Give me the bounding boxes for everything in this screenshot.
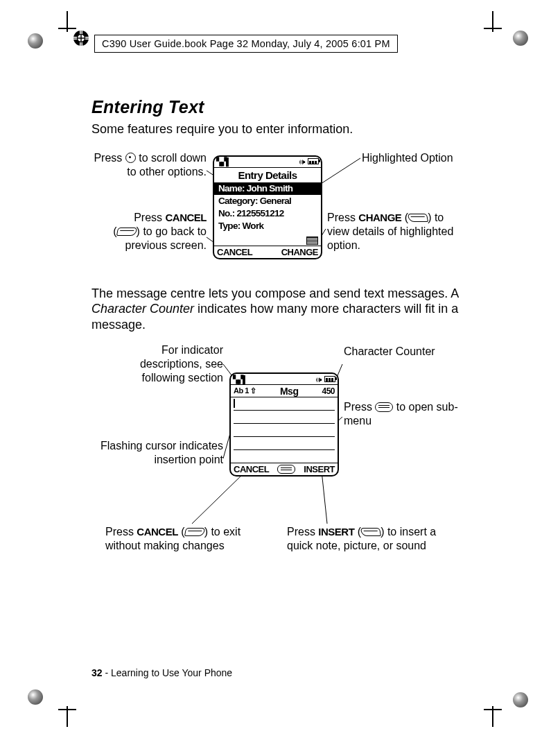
text-cursor-icon bbox=[234, 399, 235, 408]
signal-icon: ▚▞▌ bbox=[233, 375, 247, 384]
left-softkey-icon bbox=[116, 228, 137, 236]
list-row: Category: General bbox=[214, 195, 321, 207]
callout-cancel: Press CANCEL () to go back to previous s… bbox=[80, 211, 207, 252]
softkey-left-label: CANCEL bbox=[234, 464, 269, 474]
softkey-left-label: CANCEL bbox=[217, 247, 252, 257]
registration-dot-icon bbox=[513, 692, 528, 707]
status-bar: ▚▞▌ 🕪 bbox=[214, 157, 321, 168]
svg-line-18 bbox=[192, 471, 246, 524]
list-row: No.: 2125551212 bbox=[214, 207, 321, 220]
registration-dot-icon bbox=[28, 689, 43, 705]
crop-mark-bottom bbox=[0, 709, 560, 710]
list-row: Type: Work bbox=[214, 220, 321, 232]
page-footer: 32 - Learning to Use Your Phone bbox=[91, 667, 232, 678]
crop-mark bbox=[67, 706, 68, 727]
keyboard-icon bbox=[306, 237, 318, 245]
left-softkey-icon bbox=[184, 528, 205, 536]
text-line bbox=[234, 397, 335, 411]
phone-screen-message: ▚▞▌ 🕪 Ab 1 ⇧ Msg 450 CANCEL INSERT bbox=[229, 372, 339, 477]
softkey-right-label: CHANGE bbox=[281, 247, 318, 257]
softkey-bar: CANCEL CHANGE bbox=[214, 246, 321, 258]
screen-title: Entry Details bbox=[214, 168, 321, 182]
callout-counter: Character Counter bbox=[344, 345, 475, 359]
text-line bbox=[234, 437, 335, 450]
list-row-highlighted: Name: John Smith bbox=[214, 182, 321, 195]
softkey-bar: CANCEL INSERT bbox=[231, 463, 338, 475]
paragraph-text: The message centre lets you compose and … bbox=[91, 286, 491, 333]
softkey-right-label: INSERT bbox=[304, 464, 335, 474]
registration-target-icon bbox=[73, 31, 89, 46]
text-line bbox=[234, 424, 335, 437]
callout-scroll: Press to scroll down to other options. bbox=[87, 151, 207, 179]
text-mode-indicator: Ab 1 ⇧ bbox=[234, 386, 256, 395]
battery-icon bbox=[324, 376, 335, 382]
screen-title: Msg bbox=[280, 386, 299, 397]
ring-icon: 🕪 bbox=[299, 158, 306, 166]
right-softkey-icon bbox=[408, 214, 428, 222]
callout-indicator: For indicator descriptions, see followin… bbox=[104, 343, 223, 385]
figure-entry-details: Press to scroll down to other options. P… bbox=[91, 151, 491, 276]
crop-mark-top bbox=[0, 28, 560, 29]
callout-insert: Press INSERT () to insert a quick note, … bbox=[287, 525, 453, 553]
intro-text: Some features require you to enter infor… bbox=[91, 121, 491, 137]
menu-key-icon bbox=[277, 465, 295, 474]
page-content: Entering Text Some features require you … bbox=[91, 97, 491, 593]
registration-dot-icon bbox=[513, 31, 528, 46]
text-line bbox=[234, 450, 335, 463]
callout-submenu: Press to open sub-menu bbox=[344, 400, 469, 428]
svg-line-19 bbox=[322, 471, 327, 524]
crop-mark bbox=[492, 11, 493, 32]
nav-key-icon bbox=[125, 153, 136, 163]
figure-message-entry: For indicator descriptions, see followin… bbox=[91, 343, 491, 593]
callout-cancel-exit: Press CANCEL () to exit without making c… bbox=[105, 525, 265, 553]
book-header: C390 User Guide.book Page 32 Monday, Jul… bbox=[94, 35, 398, 53]
callout-change: Press CHANGE () to view details of highl… bbox=[327, 211, 466, 252]
phone-screen-entry-details: ▚▞▌ 🕪 Entry Details Name: John Smith Cat… bbox=[213, 155, 322, 259]
crop-mark bbox=[67, 11, 68, 32]
signal-icon: ▚▞▌ bbox=[216, 157, 231, 166]
menu-key-icon bbox=[375, 402, 393, 412]
section-title: Entering Text bbox=[91, 97, 491, 117]
status-bar: ▚▞▌ 🕪 bbox=[231, 374, 338, 385]
message-header: Ab 1 ⇧ Msg 450 bbox=[231, 385, 338, 397]
character-counter: 450 bbox=[322, 386, 335, 396]
registration-dot-icon bbox=[28, 33, 43, 49]
callout-highlighted: Highlighted Option bbox=[362, 151, 487, 165]
crop-mark bbox=[492, 706, 493, 727]
text-line bbox=[234, 411, 335, 424]
callout-cursor: Flashing cursor indicates insertion poin… bbox=[89, 439, 223, 467]
ring-icon: 🕪 bbox=[315, 376, 322, 384]
right-softkey-icon bbox=[360, 528, 381, 536]
battery-icon bbox=[308, 158, 319, 164]
